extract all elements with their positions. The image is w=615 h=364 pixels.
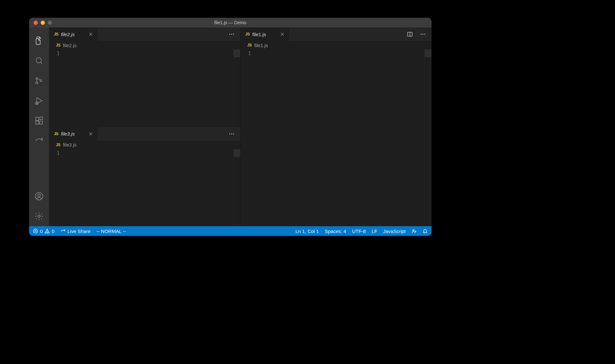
search-icon[interactable] [29, 51, 49, 71]
status-bar: 0 0 Live Share -- NORMAL -- Ln 1, Col 1 … [29, 226, 432, 236]
tab-bar: JS file1.js [241, 27, 432, 41]
breadcrumb-text: file1.js [254, 43, 268, 48]
source-control-icon[interactable] [29, 71, 49, 91]
tab-actions [227, 127, 240, 141]
tab-label: file3.js [61, 131, 75, 136]
line-gutter: 1 [49, 49, 67, 127]
account-icon[interactable] [29, 186, 49, 206]
svg-point-15 [229, 133, 230, 134]
editor-content[interactable]: 1 [241, 49, 432, 226]
status-bell-icon[interactable] [422, 228, 428, 234]
tab-actions [406, 27, 432, 41]
close-icon[interactable] [279, 31, 285, 37]
js-file-icon: JS [56, 143, 60, 147]
tab-bar: JS file2.js [49, 27, 240, 41]
extensions-icon[interactable] [29, 111, 49, 131]
status-encoding[interactable]: UTF-8 [352, 228, 366, 234]
live-share-icon[interactable] [29, 131, 49, 151]
close-icon[interactable] [88, 31, 94, 37]
breadcrumb[interactable]: JS file2.js [49, 41, 240, 49]
tab-actions [227, 27, 240, 41]
split-editor-icon[interactable] [406, 30, 414, 38]
live-share-label: Live Share [68, 228, 91, 234]
svg-point-2 [36, 82, 38, 84]
status-feedback-icon[interactable] [412, 228, 417, 234]
close-window-button[interactable] [34, 21, 38, 25]
svg-point-13 [231, 34, 232, 35]
breadcrumb[interactable]: JS file1.js [241, 41, 432, 49]
line-number: 1 [49, 51, 67, 56]
activity-bar [29, 27, 49, 226]
tab-bar: JS file3.js [49, 127, 240, 141]
editor-group-right: JS file1.js [241, 27, 432, 226]
status-ln-col[interactable]: Ln 1, Col 1 [296, 228, 319, 234]
status-live-share[interactable]: Live Share [60, 228, 91, 234]
warning-icon [45, 228, 50, 234]
minimap[interactable] [233, 49, 240, 127]
gear-icon[interactable] [29, 206, 49, 226]
errors-count: 0 [40, 228, 43, 234]
minimap[interactable] [233, 149, 240, 227]
live-share-icon [60, 228, 66, 234]
traffic-lights [29, 21, 52, 25]
error-icon [33, 228, 38, 234]
svg-point-23 [47, 232, 47, 232]
svg-point-10 [38, 194, 40, 197]
more-actions-icon[interactable] [419, 30, 427, 38]
fullscreen-window-button[interactable] [48, 21, 52, 25]
line-gutter: 1 [241, 49, 258, 226]
tab-file1[interactable]: JS file1.js [241, 27, 289, 41]
minimize-window-button[interactable] [41, 21, 45, 25]
window-title: file1.js — Demo [29, 20, 432, 25]
run-debug-icon[interactable] [29, 91, 49, 111]
titlebar[interactable]: file1.js — Demo [29, 18, 432, 27]
tab-file3[interactable]: JS file3.js [49, 127, 98, 141]
js-file-icon: JS [56, 43, 60, 47]
breadcrumb-text: file3.js [63, 142, 77, 147]
svg-point-17 [233, 133, 234, 134]
js-file-icon: JS [245, 32, 250, 36]
svg-rect-8 [40, 117, 42, 119]
status-eol[interactable]: LF [371, 228, 377, 234]
app-body: JS file2.js JS [29, 27, 432, 226]
svg-point-19 [421, 34, 422, 35]
line-number: 1 [49, 150, 67, 156]
js-file-icon: JS [247, 43, 252, 47]
js-file-icon: JS [54, 32, 58, 36]
status-problems[interactable]: 0 0 [33, 228, 55, 234]
svg-point-20 [422, 34, 423, 35]
svg-point-16 [231, 133, 232, 134]
close-icon[interactable] [88, 131, 94, 137]
tab-file2[interactable]: JS file2.js [49, 27, 98, 41]
editor-content[interactable]: 1 [49, 49, 240, 127]
svg-rect-5 [36, 117, 39, 120]
editor-group-left-top: JS file2.js JS [49, 27, 240, 127]
editor-group-left-bottom: JS file3.js JS [49, 127, 240, 227]
more-actions-icon[interactable] [227, 30, 236, 38]
explorer-icon[interactable] [29, 31, 49, 51]
svg-point-0 [36, 58, 41, 63]
svg-point-24 [413, 230, 414, 231]
svg-point-12 [229, 34, 230, 35]
status-spaces[interactable]: Spaces: 4 [325, 228, 346, 234]
minimap-slider[interactable] [234, 149, 240, 157]
minimap-slider[interactable] [425, 49, 432, 57]
minimap-slider[interactable] [234, 49, 240, 57]
editor-area: JS file2.js JS [49, 27, 432, 226]
minimap[interactable] [424, 49, 432, 226]
status-vim-mode[interactable]: -- NORMAL -- [96, 228, 126, 234]
tab-label: file2.js [61, 32, 75, 37]
svg-point-21 [424, 34, 425, 35]
breadcrumb[interactable]: JS file3.js [49, 141, 240, 149]
svg-point-11 [38, 215, 40, 217]
status-language[interactable]: JavaScript [383, 228, 406, 234]
line-number: 1 [241, 51, 258, 56]
svg-point-25 [415, 231, 416, 232]
vim-mode-label: -- NORMAL -- [96, 228, 126, 234]
svg-rect-6 [36, 121, 39, 124]
line-gutter: 1 [49, 149, 67, 227]
more-actions-icon[interactable] [227, 130, 236, 138]
svg-point-1 [36, 77, 38, 79]
editor-content[interactable]: 1 [49, 149, 240, 227]
tab-label: file1.js [252, 32, 266, 37]
